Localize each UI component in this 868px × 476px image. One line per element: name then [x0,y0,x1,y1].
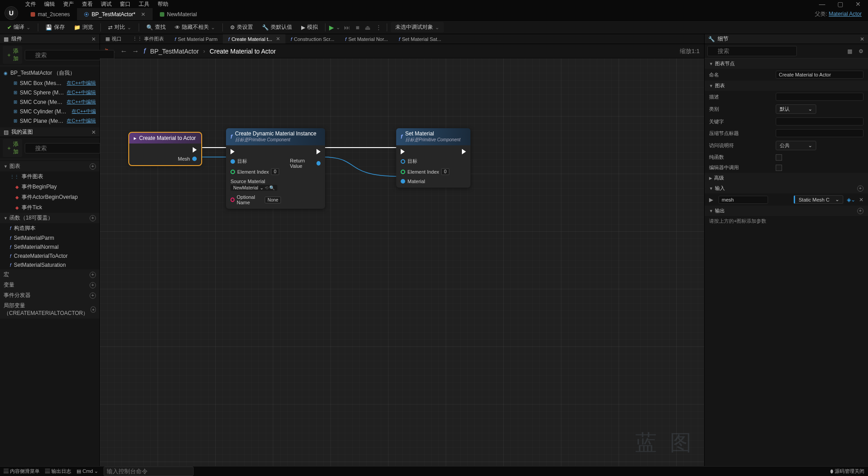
menu-debug[interactable]: 调试 [101,0,112,8]
node-entry[interactable]: ▸ Create Material to Actor Mesh [129,133,201,165]
add-output-button[interactable]: + [857,208,863,214]
menu-file[interactable]: 文件 [25,0,36,8]
components-panel-header[interactable]: ▦ 组件 ✕ [0,34,99,44]
section-graph-node[interactable]: ▼图表节点 [705,58,868,69]
component-item[interactable]: ⊞SMC Cylinder (MeshCylinder)在C++中编 [0,107,99,116]
add-macro-button[interactable]: + [90,272,96,278]
section-graph[interactable]: ▼图表 [705,81,868,91]
target-pin[interactable]: 目标 [231,158,281,165]
exec-out-pin[interactable] [193,147,197,153]
variables-section[interactable]: 变量+ [0,280,99,290]
component-item[interactable]: ⊞SMC Box (MeshBox)在C++中编辑 [0,78,99,88]
edit-cpp-link[interactable]: 在C++中编辑 [67,80,96,86]
tab-mat2scenes[interactable]: mat_2scenes [23,8,77,20]
graph-canvas[interactable]: ▸ Create Material to Actor Mesh f [100,58,704,466]
section-inputs[interactable]: ▼输入+ [705,183,868,193]
add-function-button[interactable]: + [90,215,96,221]
close-icon[interactable]: ✕ [141,11,145,18]
stop-button[interactable]: ■ [354,24,361,31]
return-value-pin[interactable]: Return Value [290,158,321,169]
window-close[interactable]: ✕ [852,0,864,8]
keywords-input[interactable] [776,117,863,126]
exec-in-pin[interactable] [401,149,449,154]
close-icon[interactable]: ✕ [91,36,96,42]
find-button[interactable]: 🔍查找 [143,22,169,33]
browse-button[interactable]: 📁浏览 [70,22,97,33]
exec-out-pin[interactable] [316,149,321,154]
tab-newmaterial[interactable]: NewMaterial [153,8,204,20]
section-outputs[interactable]: ▼输出+ [705,206,868,216]
close-icon[interactable]: ✕ [860,36,864,42]
add-mybp-button[interactable]: ＋添加 [3,139,22,157]
source-material-dropdown[interactable]: NewMaterial⌄ ⟲ 🔍 [231,185,277,191]
menu-tools[interactable]: 工具 [139,0,149,8]
target-pin[interactable]: 目标 [401,158,449,165]
mesh-out-pin[interactable]: Mesh [178,156,197,162]
window-maximize[interactable]: ▢ [834,0,846,8]
menu-edit[interactable]: 编辑 [44,0,55,8]
save-button[interactable]: 💾保存 [42,22,68,33]
edit-cpp-link[interactable]: 在C++中编辑 [67,117,96,124]
debug-target-dropdown[interactable]: 未选中调试对象⌄ [391,22,444,32]
component-item[interactable]: ⊞SMC Sphere (MeshSphere)在C++中编辑 [0,88,99,97]
pure-checkbox[interactable] [776,154,782,161]
gear-icon[interactable]: ⚙ [857,48,865,54]
add-input-button[interactable]: + [857,185,863,192]
menu-asset[interactable]: 资产 [63,0,74,8]
diff-button[interactable]: ⇄对比⌄ [104,22,135,33]
nav-back[interactable]: ← [120,47,127,55]
event-item[interactable]: ◆事件Tick [0,202,99,213]
pin-type-icon[interactable]: ◈⌄ [847,197,855,203]
close-icon[interactable]: ✕ [91,129,96,135]
class-defaults-button[interactable]: 🔧类默认值 [258,22,296,33]
category-dropdown[interactable]: 默认⌄ [776,104,816,114]
tab-event-graph[interactable]: ⋮⋮事件图表 [127,34,169,44]
function-item[interactable]: f构造脚本 [0,223,99,234]
component-root[interactable]: ◉BP_TestMatActor （自我） [0,68,99,78]
edit-cpp-link[interactable]: 在C++中编辑 [67,89,96,96]
menu-help[interactable]: 帮助 [158,0,168,8]
optional-name-pin[interactable]: Optional NameNone [231,194,281,205]
source-control-status[interactable]: ⬮ 源码管理关闭 [830,468,864,475]
tab-create-material[interactable]: fCreate Material t...✕ [223,34,285,44]
access-dropdown[interactable]: 公共⌄ [776,141,816,150]
details-search-input[interactable] [707,46,797,56]
edit-cpp-link[interactable]: 在C++中编辑 [67,99,96,105]
exec-in-pin[interactable] [231,149,281,154]
menu-view[interactable]: 查看 [82,0,93,8]
close-icon[interactable]: ✕ [276,36,280,42]
function-item[interactable]: fSetMaterialSaturation [0,260,99,269]
compact-title-input[interactable] [776,129,863,137]
dispatchers-section[interactable]: 事件分发器+ [0,290,99,301]
material-pin[interactable]: Material [401,179,449,184]
event-graph-item[interactable]: ⋮⋮事件图表 [0,171,99,182]
compile-button[interactable]: ✔编译⌄ [4,22,34,33]
source-material-pin[interactable]: Source Material NewMaterial⌄ ⟲ 🔍 [231,179,281,191]
section-advanced[interactable]: ▶高级 [705,173,868,183]
macros-section[interactable]: 宏+ [0,269,99,280]
element-index-pin[interactable]: Element Index0 [401,168,449,175]
component-item[interactable]: ⊞SMC Cone (MeshCone)在C++中编辑 [0,97,99,107]
grid-icon[interactable]: ▦ [845,48,854,54]
localvars-section[interactable]: 局部变量（CREATEMATERIALTOACTOR）+ [0,301,99,319]
exec-out-pin[interactable] [462,149,466,154]
hide-unrelated-button[interactable]: 👁隐藏不相关⌄ [171,22,219,33]
breadcrumb-leaf[interactable]: Create Material to Actor [210,48,276,55]
add-graph-button[interactable]: + [90,163,96,170]
class-settings-button[interactable]: ⚙类设置 [226,22,257,33]
remove-input-icon[interactable]: ✕ [859,197,863,203]
nav-forward[interactable]: → [132,47,139,55]
cmd-selector[interactable]: ▤ Cmd ⌄ [77,468,98,474]
add-component-button[interactable]: ＋添加 [3,46,22,64]
edit-cpp-link[interactable]: 在C++中编 [72,108,96,115]
node-set-material[interactable]: f Set Material 目标是Primitive Component 目标… [396,128,470,188]
description-input[interactable] [776,93,863,101]
function-item[interactable]: fSetMaterialNormal [0,242,99,251]
add-variable-button[interactable]: + [90,282,96,288]
function-item[interactable]: fCreateMaterialToActor [0,251,99,260]
play-button[interactable]: ▶ [329,24,334,31]
graphs-section[interactable]: ▼图表+ [0,161,99,171]
simulate-button[interactable]: ▶模拟 [298,22,321,33]
content-drawer-button[interactable]: ▤ 内容侧滑菜单 [4,468,40,475]
parent-class-link[interactable]: Material Actor [829,11,862,17]
